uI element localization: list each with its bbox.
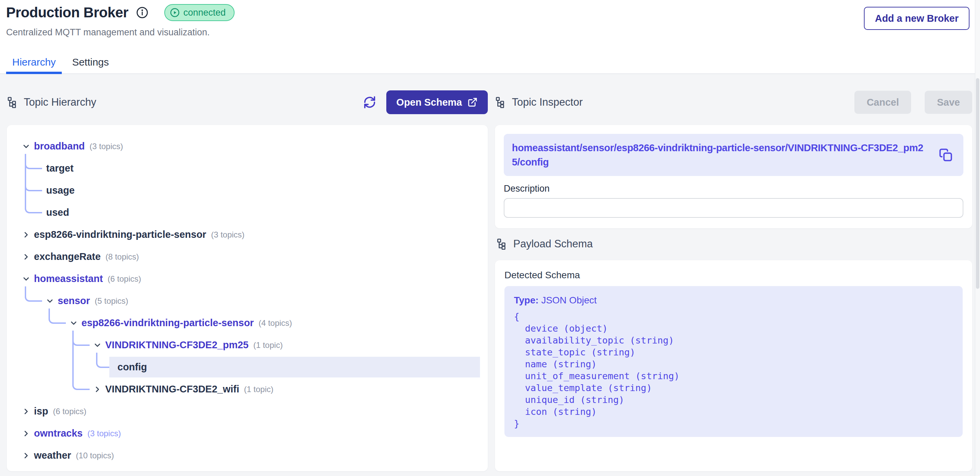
topic-tree: broadband(3 topics)targetusageusedesp826…	[7, 125, 488, 466]
schema-code-block: Type: JSON Object { device (object) avai…	[504, 286, 963, 437]
cancel-button[interactable]: Cancel	[854, 91, 911, 114]
payload-schema-panel: Detected Schema Type: JSON Object { devi…	[495, 260, 972, 471]
tree-node-broadband[interactable]: broadband(3 topics)	[7, 135, 488, 157]
chevron-right-icon	[22, 252, 30, 261]
chevron-down-icon	[93, 341, 102, 350]
tree-node-exchangerate[interactable]: exchangeRate(8 topics)	[7, 246, 488, 268]
inspector-toolbar: Topic Inspector Cancel Save	[495, 90, 972, 115]
tree-node-label: VINDRIKTNING-CF3DE2_pm25	[105, 339, 248, 351]
external-link-icon	[468, 97, 477, 107]
tree-node-count: (6 topics)	[108, 274, 141, 284]
tree-node-count: (8 topics)	[105, 252, 139, 262]
tree-node-used[interactable]: used	[7, 201, 488, 224]
tree-node-count: (3 topics)	[87, 429, 121, 438]
main-content: Topic Hierarchy Open Schema	[0, 74, 980, 476]
copy-icon	[939, 148, 953, 162]
tree-node-label: target	[46, 163, 74, 174]
tree-node-label: owntracks	[34, 428, 83, 439]
tree-node-label: broadband	[34, 141, 85, 152]
status-text: connected	[183, 8, 226, 18]
tree-node-count: (1 topic)	[253, 340, 283, 350]
info-icon[interactable]	[136, 6, 149, 19]
tree-node-label: VINDRIKTNING-CF3DE2_wifi	[105, 383, 239, 395]
add-broker-button[interactable]: Add a new Broker	[864, 7, 969, 30]
tab-bar: Hierarchy Settings	[6, 56, 115, 74]
tree-node-owntracks[interactable]: owntracks(3 topics)	[7, 422, 488, 444]
hierarchy-section-title: Topic Hierarchy	[7, 96, 96, 109]
description-label: Description	[504, 184, 963, 194]
open-schema-button[interactable]: Open Schema	[386, 90, 488, 114]
tree-node-count: (4 topics)	[259, 318, 292, 328]
tree-node-count: (5 topics)	[95, 296, 128, 306]
inspector-section-title: Topic Inspector	[495, 96, 583, 109]
selected-row-highlight	[109, 357, 480, 377]
tree-node-label: used	[46, 207, 69, 218]
tree-node-isp[interactable]: isp(6 topics)	[7, 400, 488, 422]
tree-node-target[interactable]: target	[7, 157, 488, 179]
page-subtitle: Centralized MQTT management and visualiz…	[6, 27, 210, 38]
schema-type-value: JSON Object	[541, 295, 597, 305]
chevron-right-icon	[22, 429, 30, 438]
chevron-down-icon	[22, 142, 30, 151]
page-title: Production Broker	[6, 5, 128, 21]
payload-schema-header: Payload Schema	[496, 237, 593, 251]
tree-node-vindriktning-cf3de2_pm25[interactable]: VINDRIKTNING-CF3DE2_pm25(1 topic)	[7, 334, 488, 356]
description-input[interactable]	[504, 198, 963, 218]
tree-node-label: weather	[34, 450, 71, 461]
tree-node-vindriktning-cf3de2_wifi[interactable]: VINDRIKTNING-CF3DE2_wifi(1 topic)	[7, 378, 488, 400]
refresh-button[interactable]	[362, 94, 377, 110]
tree-node-sensor[interactable]: sensor(5 topics)	[7, 290, 488, 312]
tree-node-label: isp	[34, 406, 48, 417]
tree-node-label: usage	[46, 185, 75, 196]
tree-node-config[interactable]: config	[7, 356, 488, 378]
tree-node-usage[interactable]: usage	[7, 179, 488, 201]
schema-fields: { device (object) availability_topic (st…	[514, 310, 953, 430]
tree-hierarchy-icon	[495, 96, 506, 108]
chevron-down-icon	[22, 275, 30, 283]
topic-path-box: homeassistant/sensor/esp8266-vindriktnin…	[504, 134, 963, 176]
tree-node-label: esp8266-vindriktning-particle-sensor	[34, 229, 207, 240]
status-badge: connected	[164, 4, 235, 21]
tree-node-count: (1 topic)	[244, 385, 274, 394]
payload-schema-title: Payload Schema	[513, 238, 593, 250]
hierarchy-toolbar: Topic Hierarchy Open Schema	[7, 90, 488, 115]
app-window: Production Broker connected Centralized …	[0, 0, 980, 476]
title-row: Production Broker connected	[6, 4, 235, 21]
chevron-down-icon	[46, 297, 54, 305]
save-button[interactable]: Save	[925, 91, 972, 114]
page-header: Production Broker connected Centralized …	[0, 0, 980, 74]
tree-node-count: (6 topics)	[53, 407, 87, 416]
tree-node-label: sensor	[58, 295, 90, 307]
chevron-right-icon	[22, 407, 30, 416]
detected-schema-label: Detected Schema	[504, 270, 963, 281]
tree-node-count: (3 topics)	[90, 142, 123, 151]
tree-node-count: (3 topics)	[211, 230, 245, 240]
tree-hierarchy-icon	[7, 96, 18, 108]
chevron-right-icon	[22, 451, 30, 460]
topic-path: homeassistant/sensor/esp8266-vindriktnin…	[512, 141, 931, 169]
refresh-icon	[363, 96, 376, 109]
tree-node-label: exchangeRate	[34, 251, 101, 262]
tree-node-weather[interactable]: weather(10 topics)	[7, 444, 488, 466]
schema-type-key: Type:	[514, 295, 539, 305]
chevron-right-icon	[93, 385, 102, 394]
scrollbar-track[interactable]	[975, 0, 980, 476]
topic-hierarchy-panel: broadband(3 topics)targetusageusedesp826…	[7, 125, 488, 471]
tree-node-label: esp8266-vindriktning-particle-sensor	[81, 317, 254, 329]
tab-hierarchy[interactable]: Hierarchy	[6, 56, 62, 74]
chevron-right-icon	[22, 230, 30, 239]
tree-node-label: config	[118, 361, 147, 373]
tree-node-esp8266-vindriktning-particle-sensor[interactable]: esp8266-vindriktning-particle-sensor(4 t…	[7, 312, 488, 334]
tab-settings[interactable]: Settings	[66, 56, 115, 74]
tree-node-label: homeassistant	[34, 273, 103, 284]
scrollbar-thumb[interactable]	[976, 78, 979, 289]
chevron-down-icon	[69, 319, 78, 327]
tree-node-count: (10 topics)	[76, 451, 114, 460]
tree-node-esp8266-vindriktning-particle-sensor[interactable]: esp8266-vindriktning-particle-sensor(3 t…	[7, 224, 488, 246]
schema-type-line: Type: JSON Object	[514, 295, 953, 306]
topic-inspector-panel: homeassistant/sensor/esp8266-vindriktnin…	[495, 125, 972, 228]
tree-node-homeassistant[interactable]: homeassistant(6 topics)	[7, 268, 488, 290]
play-circle-icon	[170, 8, 180, 18]
copy-button[interactable]	[936, 145, 955, 165]
tree-hierarchy-icon	[496, 238, 508, 250]
